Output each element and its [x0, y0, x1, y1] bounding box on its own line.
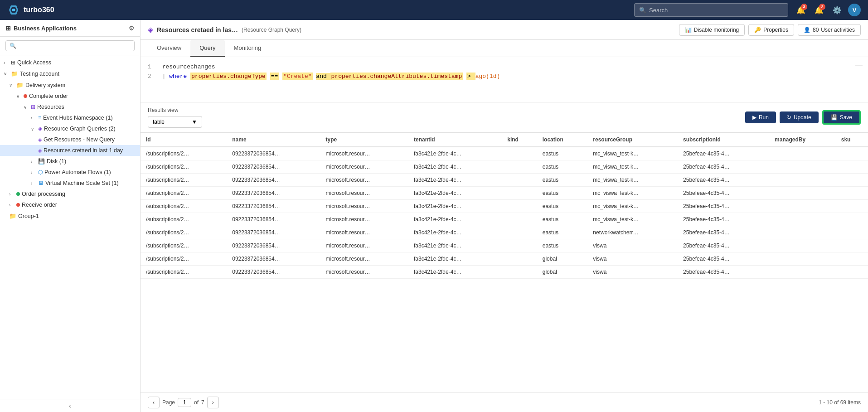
sidebar-item-get-resources-new-query[interactable]: ◈ Get Resources - New Query — [0, 134, 140, 145]
sidebar-search-area: 🔍 — [0, 37, 140, 55]
table-row: /subscriptions/2…09223372036854…microsof… — [141, 187, 868, 200]
editor-minimize-button[interactable]: — — [855, 61, 863, 69]
view-select-dropdown[interactable]: table ▼ — [148, 116, 202, 128]
run-label: Run — [759, 114, 769, 121]
sidebar-item-vm-scale-set[interactable]: › 🖥 Virtual Machine Scale Set (1) — [0, 178, 140, 189]
cell-6-0: /subscriptions/2… — [141, 226, 227, 239]
cell-5-0: /subscriptions/2… — [141, 213, 227, 226]
tab-monitoring-label: Monitoring — [234, 44, 262, 51]
sidebar-search-input[interactable] — [19, 43, 131, 49]
query-editor[interactable]: 1 resourcechanges 2 | where properties.c… — [141, 57, 868, 102]
save-button[interactable]: 💾 Save — [822, 110, 861, 125]
chevron-right-icon: › — [9, 192, 15, 197]
col-kind: kind — [502, 133, 537, 147]
cell-5-7: 25befeae-4c35-4… — [678, 213, 769, 226]
content-header: ◈ Resources cretaed in las… (Resource Gr… — [141, 20, 868, 40]
user-avatar[interactable]: V — [848, 4, 861, 16]
turbo360-logo-icon — [7, 4, 20, 16]
user-activities-button[interactable]: 👤 80 User activities — [798, 24, 861, 36]
col-sku: sku — [836, 133, 868, 147]
cell-3-2: microsoft.resour… — [320, 187, 408, 200]
top-search-box[interactable]: 🔍 — [634, 3, 788, 17]
cell-3-5: eastus — [537, 187, 588, 200]
sidebar-item-quick-access[interactable]: › ⊞ Quick Access — [0, 57, 140, 68]
pagination-prev-button[interactable]: ‹ — [148, 397, 160, 408]
update-button[interactable]: ↻ Update — [780, 111, 819, 123]
sidebar-item-label: Order processing — [22, 191, 65, 197]
sidebar-item-label: Quick Access — [17, 59, 51, 66]
sidebar-item-resource-graph-queries[interactable]: ∨ ◈ Resource Graph Queries (2) — [0, 123, 140, 134]
search-input[interactable] — [649, 7, 783, 14]
cell-7-1: 09223372036854… — [227, 239, 320, 252]
cell-9-3: fa3c421e-2fde-4c… — [408, 266, 502, 279]
cell-4-7: 25befeae-4c35-4… — [678, 200, 769, 213]
properties-button[interactable]: 🔑 Properties — [748, 24, 794, 36]
sidebar-item-label: Resources — [37, 104, 64, 110]
cell-7-8 — [769, 239, 836, 252]
sidebar-item-order-processing[interactable]: › Order processing — [0, 189, 140, 199]
cell-5-6: mc_viswa_test-k… — [587, 213, 678, 226]
tab-query[interactable]: Query — [190, 40, 224, 57]
cell-7-3: fa3c421e-2fde-4c… — [408, 239, 502, 252]
sidebar-settings-icon[interactable]: ⚙ — [129, 24, 135, 32]
folder-plain-icon: 📁 — [9, 213, 16, 219]
cell-0-7: 25befeae-4c35-4… — [678, 147, 769, 160]
cell-3-6: mc_viswa_test-k… — [587, 187, 678, 200]
sidebar-tree: › ⊞ Quick Access ∨ 📁 Testing account ∨ 📁… — [0, 55, 140, 399]
cell-3-4 — [502, 187, 537, 200]
query-pipe: | — [162, 73, 170, 80]
cell-0-3: fa3c421e-2fde-4c… — [408, 147, 502, 160]
sidebar-item-complete-order[interactable]: ∨ Complete order — [0, 91, 140, 102]
query-str-create: "Create" — [282, 73, 312, 80]
results-action-buttons: ▶ Run ↻ Update 💾 Save — [745, 110, 861, 125]
results-view-label: Results view — [148, 107, 202, 113]
sidebar-item-group-1[interactable]: 📁 Group-1 — [0, 210, 140, 222]
sidebar-item-delivery-system[interactable]: ∨ 📁 Delivery system — [0, 79, 140, 91]
alerts-icon[interactable]: 🔔 2 — [812, 3, 826, 17]
cell-5-8 — [769, 213, 836, 226]
chevron-down-icon: ∨ — [9, 82, 15, 87]
cell-6-4 — [502, 226, 537, 239]
cell-6-3: fa3c421e-2fde-4c… — [408, 226, 502, 239]
disable-monitoring-button[interactable]: 📊 Disable monitoring — [679, 24, 745, 36]
cell-8-0: /subscriptions/2… — [141, 252, 227, 266]
cell-9-4 — [502, 266, 537, 279]
cell-2-4 — [502, 174, 537, 187]
tab-monitoring[interactable]: Monitoring — [225, 40, 271, 57]
pagination-right: 1 - 10 of 69 items — [819, 399, 861, 406]
sidebar-item-label: Delivery system — [25, 82, 65, 88]
sidebar-search-box[interactable]: 🔍 — [5, 40, 135, 51]
cell-8-4 — [502, 252, 537, 266]
page-title: Resources cretaed in las… — [157, 26, 238, 34]
folder-icon: 📁 — [11, 70, 18, 77]
sidebar-item-disk[interactable]: › 💾 Disk (1) — [0, 156, 140, 167]
sidebar: ⊞ Business Applications ⚙ 🔍 › ⊞ Quick Ac… — [0, 20, 141, 412]
pagination-next-button[interactable]: › — [207, 397, 219, 408]
table-body: /subscriptions/2…09223372036854…microsof… — [141, 147, 868, 279]
of-label: of — [194, 399, 199, 406]
sidebar-item-receive-order[interactable]: › Receive order — [0, 199, 140, 210]
run-button[interactable]: ▶ Run — [745, 111, 776, 123]
main-layout: ⊞ Business Applications ⚙ 🔍 › ⊞ Quick Ac… — [0, 20, 868, 412]
sidebar-item-power-automate[interactable]: › ⬡ Power Automate Flows (1) — [0, 167, 140, 178]
query-code-block: 1 resourcechanges 2 | where properties.c… — [148, 63, 861, 82]
query-keyword-resourcechanges: resourcechanges — [162, 63, 215, 70]
page-number-input[interactable] — [178, 398, 191, 407]
user-activities-count: 80 — [813, 27, 819, 33]
notifications-bell-icon[interactable]: 🔔 3 — [794, 3, 808, 17]
sidebar-item-label: Power Automate Flows (1) — [44, 169, 111, 175]
sidebar-collapse-button[interactable]: ‹ — [0, 399, 140, 412]
sidebar-item-testing-account[interactable]: ∨ 📁 Testing account — [0, 68, 140, 79]
save-icon: 💾 — [831, 114, 838, 121]
col-name: name — [227, 133, 320, 147]
query-greater-than: > — [466, 73, 475, 80]
settings-gear-icon[interactable]: ⚙️ — [830, 3, 844, 17]
cell-2-0: /subscriptions/2… — [141, 174, 227, 187]
monitoring-icon: 📊 — [685, 27, 692, 33]
tab-overview[interactable]: Overview — [148, 40, 190, 57]
cell-4-1: 09223372036854… — [227, 200, 320, 213]
sidebar-item-resources-created-last-day[interactable]: ◈ Resources cretaed in last 1 day — [0, 145, 140, 156]
sidebar-item-resources[interactable]: ∨ ⊞ Resources — [0, 102, 140, 112]
sidebar-item-label: Testing account — [20, 71, 59, 77]
sidebar-item-event-hubs[interactable]: › ≡ Event Hubs Namespace (1) — [0, 112, 140, 123]
